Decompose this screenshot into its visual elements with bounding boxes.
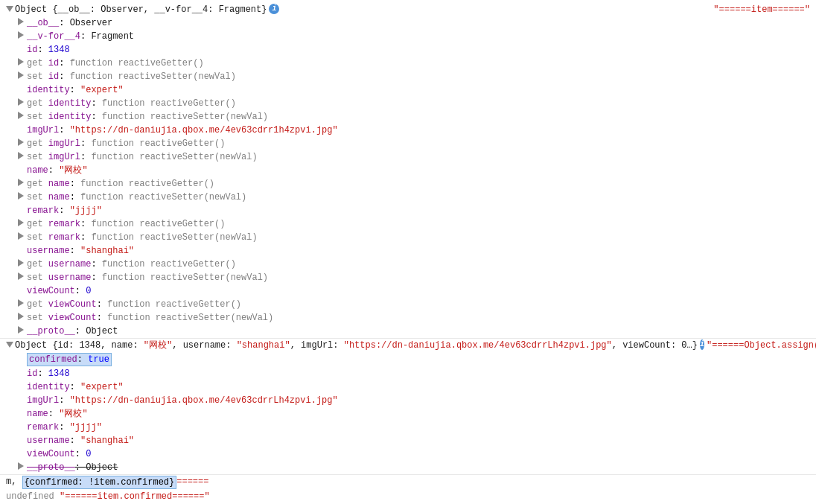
setter-viewcount[interactable]: set viewCount : function reactiveSetter(… bbox=[0, 311, 816, 325]
getter-prefix-name: get bbox=[27, 178, 48, 190]
getter-sep-id: : bbox=[59, 57, 69, 69]
expand-setter-username[interactable] bbox=[18, 272, 25, 280]
getter-remark[interactable]: get remark : function reactiveGetter() bbox=[0, 217, 816, 231]
getter-val-remark: function reactiveGetter() bbox=[91, 218, 225, 230]
expand-getter-name[interactable] bbox=[18, 179, 25, 186]
undefined-string: "======item.confirmed======" bbox=[60, 491, 210, 503]
proto-val-1: Object bbox=[86, 325, 118, 337]
prop-sep-id: : bbox=[37, 44, 48, 56]
expand-getter-id[interactable] bbox=[18, 58, 25, 66]
setter-val-identity: function reactiveSetter(newVal) bbox=[102, 111, 268, 123]
expand-proto-1[interactable] bbox=[18, 326, 25, 334]
prop-sep-imgurl-2: : bbox=[59, 395, 69, 406]
setter-prefix-viewcount: set bbox=[27, 312, 48, 324]
getter-viewcount[interactable]: get viewCount : function reactiveGetter(… bbox=[0, 298, 816, 311]
setter-sep-identity: : bbox=[91, 111, 101, 123]
expand-toggle-ob[interactable] bbox=[18, 18, 25, 25]
setter-val-username: function reactiveSetter(newVal) bbox=[102, 272, 268, 284]
expand-toggle-vfor[interactable] bbox=[18, 31, 25, 39]
prop-sep-identity-2: : bbox=[70, 381, 80, 393]
setter-key-imgurl: imgUrl bbox=[48, 151, 80, 163]
prop-vfor[interactable]: __v-for__4 : Fragment bbox=[0, 30, 816, 43]
proto-val-2: Object bbox=[86, 462, 118, 473]
prop-key-username-2: username bbox=[27, 435, 70, 447]
prop-val-username: "shanghai" bbox=[80, 245, 134, 257]
setter-sep-id: : bbox=[59, 71, 69, 83]
prop-sep-username-2: : bbox=[70, 435, 80, 447]
prop-username: username : "shanghai" bbox=[0, 244, 816, 258]
setter-identity[interactable]: set identity : function reactiveSetter(n… bbox=[0, 110, 816, 124]
getter-val-name: function reactiveGetter() bbox=[80, 178, 214, 190]
prop-val-name-2: "网校" bbox=[59, 408, 87, 420]
prop-key-id: id bbox=[27, 44, 37, 56]
getter-val-username: function reactiveGetter() bbox=[102, 258, 236, 270]
getter-key-id: id bbox=[48, 57, 59, 69]
getter-name[interactable]: get name : function reactiveGetter() bbox=[0, 177, 816, 191]
prop-sep-username: : bbox=[70, 245, 80, 257]
expand-getter-identity[interactable] bbox=[18, 98, 25, 106]
setter-prefix-imgurl: set bbox=[27, 151, 48, 163]
prop-key-identity-2: identity bbox=[27, 381, 70, 393]
setter-username[interactable]: set username : function reactiveSetter(n… bbox=[0, 271, 816, 284]
expand-setter-remark[interactable] bbox=[18, 232, 25, 240]
prop-val-id-2: 1348 bbox=[48, 368, 70, 380]
setter-val-id: function reactiveSetter(newVal) bbox=[70, 71, 236, 83]
confirmed-highlight-box: confirmed: true bbox=[27, 353, 112, 366]
setter-key-identity: identity bbox=[48, 111, 92, 123]
proto-1[interactable]: __proto__ : Object bbox=[0, 325, 816, 338]
prop-identity: identity : "expert" bbox=[0, 83, 816, 97]
expand-getter-username[interactable] bbox=[18, 259, 25, 267]
prop-key-username: username bbox=[27, 245, 70, 257]
setter-remark[interactable]: set remark : function reactiveSetter(new… bbox=[0, 231, 816, 244]
proto-sep-2: : bbox=[75, 462, 86, 473]
expand-setter-identity[interactable] bbox=[18, 112, 25, 119]
getter-val-id: function reactiveGetter() bbox=[70, 57, 204, 69]
getter-id[interactable]: get id : function reactiveGetter() bbox=[0, 57, 816, 70]
getter-imgurl[interactable]: get imgUrl : function reactiveGetter() bbox=[0, 137, 816, 150]
proto-2[interactable]: __proto__ : Object bbox=[0, 461, 816, 474]
getter-prefix-viewcount: get bbox=[27, 299, 48, 310]
prop-sep-id-2: : bbox=[37, 368, 48, 380]
setter-imgurl[interactable]: set imgUrl : function reactiveSetter(new… bbox=[0, 150, 816, 164]
expand-setter-name[interactable] bbox=[18, 192, 25, 200]
prop-key-vfor: __v-for__4 bbox=[27, 31, 80, 42]
setter-sep-viewcount: : bbox=[97, 312, 107, 324]
info-icon-1[interactable]: i bbox=[269, 4, 279, 14]
expand-toggle-2[interactable] bbox=[6, 340, 13, 348]
getter-prefix-username: get bbox=[27, 258, 48, 270]
getter-sep-name: : bbox=[70, 178, 80, 190]
prop-val-name: "网校" bbox=[59, 165, 87, 176]
expand-setter-viewcount[interactable] bbox=[18, 313, 25, 320]
expand-getter-remark[interactable] bbox=[18, 219, 25, 226]
prop-val-remark: "jjjj" bbox=[70, 205, 102, 217]
prop-ob[interactable]: __ob__ : Observer bbox=[0, 16, 816, 30]
getter-identity[interactable]: get identity : function reactiveGetter() bbox=[0, 97, 816, 110]
prop-imgurl: imgUrl : "https://dn-daniujia.qbox.me/4e… bbox=[0, 124, 816, 137]
prop-key-name: name bbox=[27, 165, 48, 176]
expand-getter-imgurl[interactable] bbox=[18, 138, 25, 146]
setter-id[interactable]: set id : function reactiveSetter(newVal) bbox=[0, 70, 816, 83]
expand-getter-viewcount[interactable] bbox=[18, 299, 25, 307]
getter-key-name: name bbox=[48, 178, 70, 190]
setter-key-remark: remark bbox=[48, 232, 80, 243]
getter-key-remark: remark bbox=[48, 218, 80, 230]
object-header-1[interactable]: Object {__ob__: Observer, __v-for__4: Fr… bbox=[0, 3, 816, 16]
getter-prefix-id: get bbox=[27, 57, 48, 69]
getter-sep-remark: : bbox=[80, 218, 91, 230]
expand-setter-imgurl[interactable] bbox=[18, 152, 25, 159]
info-icon-2[interactable]: i bbox=[700, 339, 704, 350]
getter-key-username: username bbox=[48, 258, 92, 270]
expand-toggle-1[interactable] bbox=[6, 4, 13, 12]
setter-name[interactable]: set name : function reactiveSetter(newVa… bbox=[0, 191, 816, 204]
object-header-2[interactable]: Object {id: 1348, name: "网校", username: … bbox=[0, 338, 816, 352]
expand-setter-id[interactable] bbox=[18, 71, 25, 79]
prop-val-identity-2: "expert" bbox=[80, 381, 124, 393]
prop-val-viewcount-2: 0 bbox=[86, 448, 91, 460]
expand-proto-2[interactable] bbox=[18, 462, 25, 470]
prop-key-viewcount-2: viewCount bbox=[27, 448, 75, 460]
getter-username[interactable]: get username : function reactiveGetter() bbox=[0, 258, 816, 271]
line-undefined: undefined "======item.confirmed======" bbox=[0, 490, 816, 503]
prop-key-imgurl: imgUrl bbox=[27, 124, 59, 136]
prop-name: name : "网校" bbox=[0, 164, 816, 177]
prop-key-identity: identity bbox=[27, 84, 70, 96]
